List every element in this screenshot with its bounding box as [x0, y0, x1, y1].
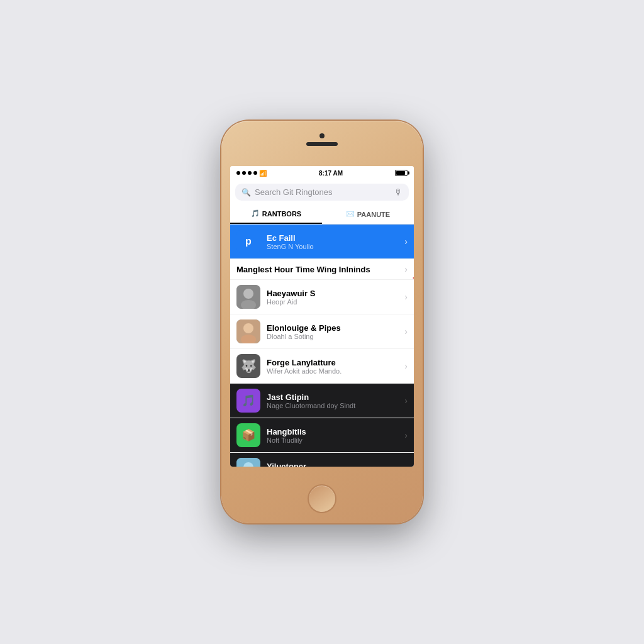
list-item-manglest[interactable]: Manglest Hour Time Wing Inlninds › [230, 259, 414, 280]
signal-indicator: 📶 [236, 170, 267, 177]
item-text-elonlouige: Elonlouige & Pipes Dloahl a Soting [267, 323, 398, 340]
avatar-yiluetoper [236, 458, 260, 467]
avatar-elonlouige [236, 319, 260, 343]
face-svg-2 [236, 319, 260, 343]
arrow-annotation [413, 258, 414, 280]
battery-icon [395, 170, 408, 176]
animal-icon-forge: 🐺 [236, 354, 260, 378]
list-item-haeyawuir[interactable]: Haeyawuir S Heopr Aid › [230, 280, 414, 314]
item-subtitle-jast: Nage Cluotormand doy Sindt [267, 402, 398, 409]
item-text-haeyawuir: Haeyawuir S Heopr Aid [267, 289, 398, 306]
list-item-elonlouige[interactable]: Elonlouige & Pipes Dloahl a Soting › [230, 314, 414, 349]
chevron-icon: › [404, 236, 408, 247]
chevron-icon-hangbitis: › [404, 430, 408, 440]
chevron-icon-elonlouige: › [404, 326, 408, 336]
home-button[interactable] [308, 484, 336, 513]
item-subtitle-forge: Wifer Aokit adoc Mando. [267, 367, 398, 375]
chevron-icon-jast: › [404, 396, 408, 406]
tab-paanute-label: PAANUTE [357, 211, 390, 218]
search-bar[interactable]: 🔍 Search Git Ringtones 🎙 [235, 184, 409, 201]
item-icon-hangbitis: 📦 [236, 423, 260, 447]
item-title-haeyawuir: Haeyawuir S [267, 289, 398, 298]
item-subtitle-hangbitis: Noft Tiudlily [267, 436, 398, 444]
tab-rantbors-icon: 🎵 [251, 209, 260, 218]
svg-point-4 [243, 323, 253, 333]
signal-dot-2 [242, 171, 246, 175]
signal-dot-1 [236, 171, 240, 175]
item-text-forge: Forge Lanylatture Wifer Aokit adoc Mando… [267, 358, 398, 375]
avatar-haeyawuir [236, 285, 260, 309]
item-title-forge: Forge Lanylatture [267, 358, 398, 367]
signal-dot-4 [253, 171, 257, 175]
phone-screen: 📶 8:17 AM 🔍 Search Git Ringtones 🎙 🎵 RAN… [230, 166, 414, 467]
tab-rantbors[interactable]: 🎵 RANTBORS [230, 204, 322, 224]
svg-point-1 [243, 289, 253, 299]
item-subtitle-haeyawuir: Heopr Aid [267, 298, 398, 306]
icon-letter-p: p [245, 236, 252, 247]
face-svg-1 [236, 285, 260, 309]
status-bar: 📶 8:17 AM [230, 166, 414, 180]
list-item-jast[interactable]: 🎵 Jast Gtipin Nage Cluotormand doy Sindt… [230, 384, 414, 418]
item-title-ec-faill: Ec Faill [267, 233, 398, 243]
item-icon-ec-faill: p [236, 230, 260, 253]
search-icon: 🔍 [242, 188, 251, 197]
phone-body: 📶 8:17 AM 🔍 Search Git Ringtones 🎙 🎵 RAN… [221, 121, 423, 523]
battery-fill [396, 171, 405, 175]
tabs-row: 🎵 RANTBORS ✉️ PAANUTE [230, 204, 414, 225]
phone-device: 📶 8:17 AM 🔍 Search Git Ringtones 🎙 🎵 RAN… [221, 121, 423, 523]
arrow-triangle [413, 269, 414, 287]
phone-top-hardware [221, 133, 423, 146]
item-text-yiluetoper: Yiluetoper Time A Staridire Warné [267, 462, 398, 467]
item-icon-jast: 🎵 [236, 389, 260, 413]
face-svg-3 [236, 458, 260, 467]
chevron-icon-manglest: › [404, 264, 408, 274]
signal-dot-3 [248, 171, 252, 175]
list-item-yiluetoper[interactable]: Yiluetoper Time A Staridire Warné › [230, 453, 414, 467]
chevron-icon-forge: › [404, 361, 408, 371]
item-title-hangbitis: Hangbitlis [267, 427, 398, 436]
item-subtitle-elonlouige: Dloahl a Soting [267, 333, 398, 340]
tab-paanute[interactable]: ✉️ PAANUTE [322, 204, 414, 224]
chevron-icon-haeyawuir: › [404, 292, 408, 302]
item-title-jast: Jast Gtipin [267, 392, 398, 402]
wifi-icon: 📶 [259, 170, 267, 177]
speaker [306, 142, 338, 146]
item-text-hangbitis: Hangbitlis Noft Tiudlily [267, 427, 398, 444]
list-item-ec-faill[interactable]: p Ec Faill StenG N Youlio › [230, 225, 414, 259]
item-text-manglest: Manglest Hour Time Wing Inlninds [236, 265, 398, 274]
list-item-forge[interactable]: 🐺 Forge Lanylatture Wifer Aokit adoc Man… [230, 349, 414, 384]
item-text-jast: Jast Gtipin Nage Cluotormand doy Sindt [267, 392, 398, 409]
icon-music-jast: 🎵 [242, 394, 255, 408]
item-title-yiluetoper: Yiluetoper [267, 462, 398, 467]
item-subtitle-ec-faill: StenG N Youlio [267, 243, 398, 250]
search-input[interactable]: Search Git Ringtones [255, 187, 391, 197]
tab-paanute-icon: ✉️ [346, 210, 355, 218]
status-time: 8:17 AM [319, 170, 343, 177]
item-title-elonlouige: Elonlouige & Pipes [267, 323, 398, 333]
camera [319, 133, 325, 138]
item-title-manglest: Manglest Hour Time Wing Inlninds [236, 265, 398, 274]
microphone-icon[interactable]: 🎙 [394, 187, 402, 197]
chevron-icon-yiluetoper: › [404, 465, 408, 467]
list-item-hangbitis[interactable]: 📦 Hangbitlis Noft Tiudlily › [230, 418, 414, 453]
tab-rantbors-label: RANTBORS [262, 210, 301, 218]
icon-app-hangbitis: 📦 [242, 428, 255, 442]
item-text-ec-faill: Ec Faill StenG N Youlio [267, 233, 398, 250]
